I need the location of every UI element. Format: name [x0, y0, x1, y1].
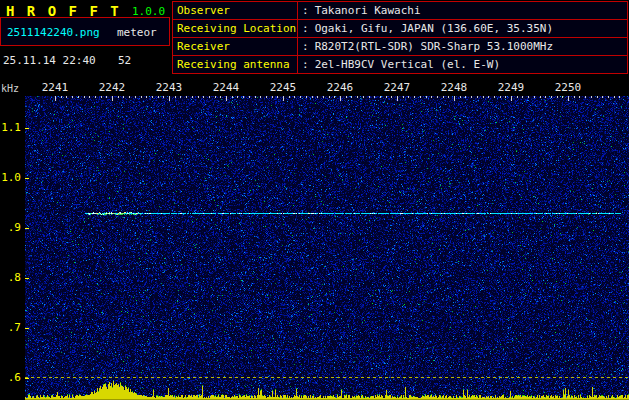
time-axis-label: 2246 [323, 81, 357, 94]
echo-count: 52 [118, 54, 131, 67]
info-value: :Ogaki, Gifu, JAPAN (136.60E, 35.35N) [298, 20, 628, 38]
freq-axis-label: 1.1 [0, 121, 21, 134]
observation-mode: meteor [117, 26, 157, 39]
spectrogram-canvas [25, 96, 629, 400]
file-info-box: 2511142240.png meteor [0, 17, 170, 46]
time-axis-label: 2241 [38, 81, 72, 94]
observation-datetime: 25.11.14 22:40 [3, 54, 96, 67]
time-axis-label: 2245 [266, 81, 300, 94]
info-label: Observer [173, 2, 298, 20]
info-row: Receiving antenna:2el-HB9CV Vertical (el… [173, 56, 628, 74]
info-value: :R820T2(RTL-SDR) SDR-Sharp 53.1000MHz [298, 38, 628, 56]
freq-axis-label: .7 [0, 321, 21, 334]
freq-unit-label: kHz [1, 83, 19, 94]
info-row: Receiving Location:Ogaki, Gifu, JAPAN (1… [173, 20, 628, 38]
info-row: Receiver:R820T2(RTL-SDR) SDR-Sharp 53.10… [173, 38, 628, 56]
hrofft-app-window: H R O F F T 1.0.0 2511142240.png meteor … [0, 0, 629, 400]
info-value: :Takanori Kawachi [298, 2, 628, 20]
time-axis-label: 2250 [551, 81, 585, 94]
info-label: Receiving Location [173, 20, 298, 38]
freq-axis-label: .6 [0, 371, 21, 384]
info-label: Receiver [173, 38, 298, 56]
freq-axis-label: .9 [0, 221, 21, 234]
time-axis-label: 2242 [95, 81, 129, 94]
time-axis-label: 2249 [494, 81, 528, 94]
info-table-body: Observer:Takanori KawachiReceiving Locat… [173, 2, 628, 74]
colon-separator: : [302, 22, 309, 35]
output-filename: 2511142240.png [7, 26, 100, 39]
freq-axis-label: 1.0 [0, 171, 21, 184]
info-label: Receiving antenna [173, 56, 298, 74]
time-axis-label: 2247 [380, 81, 414, 94]
freq-axis-label: .8 [0, 271, 21, 284]
colon-separator: : [302, 4, 309, 17]
info-value: :2el-HB9CV Vertical (el. E-W) [298, 56, 628, 74]
time-axis-label: 2243 [152, 81, 186, 94]
station-info-table: Observer:Takanori KawachiReceiving Locat… [172, 1, 628, 74]
time-axis-label: 2248 [437, 81, 471, 94]
info-row: Observer:Takanori Kawachi [173, 2, 628, 20]
colon-separator: : [302, 58, 309, 71]
colon-separator: : [302, 40, 309, 53]
time-axis-label: 2244 [209, 81, 243, 94]
